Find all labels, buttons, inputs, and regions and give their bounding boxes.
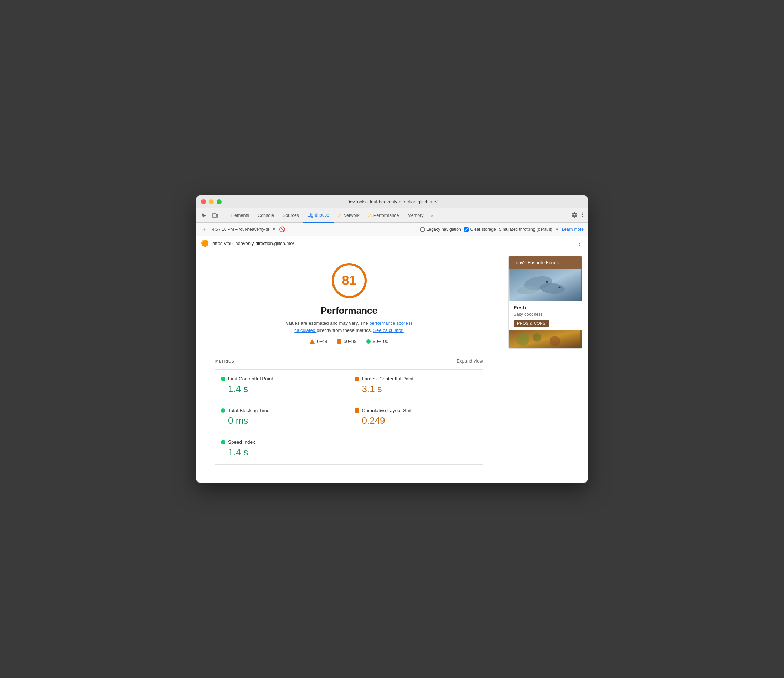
url-bar: 🟠 https://foul-heavenly-direction.glitch… (196, 236, 588, 250)
legend-mid: 50–89 (337, 339, 356, 344)
devtools-window: DevTools - foul-heavenly-direction.glitc… (196, 196, 588, 482)
url-text: https://foul-heavenly-direction.glitch.m… (212, 241, 573, 246)
svg-point-2 (582, 212, 583, 213)
metric-tbt: Total Blocking Time 0 ms (215, 401, 349, 433)
minimize-button[interactable] (209, 199, 214, 204)
close-button[interactable] (201, 199, 206, 204)
score-value: 81 (342, 273, 356, 288)
lcp-label-row: Largest Contentful Paint (355, 376, 477, 381)
add-report-button[interactable]: + (200, 225, 209, 234)
tbt-value: 0 ms (228, 415, 343, 426)
metric-cls: Cumulative Layout Shift 0.249 (349, 401, 483, 433)
si-value: 1.4 s (228, 447, 477, 458)
svg-point-11 (546, 281, 548, 283)
window-title: DevTools - foul-heavenly-direction.glitc… (346, 199, 437, 204)
si-status-dot (221, 440, 225, 445)
pros-cons-button[interactable]: PROS & CONS (514, 320, 549, 327)
plus-icon: + (203, 226, 206, 233)
tab-lighthouse[interactable]: Lighthouse (303, 208, 334, 222)
throttling-label: Simulated throttling (default) (499, 227, 552, 232)
device-toggle-icon[interactable] (210, 210, 220, 221)
fcp-label-row: First Contentful Paint (221, 376, 343, 381)
score-legend: 0–49 50–89 90–100 (310, 339, 388, 344)
svg-point-12 (559, 287, 561, 288)
legend-high: 90–100 (366, 339, 388, 344)
learn-more-link[interactable]: Learn more (562, 227, 584, 232)
lcp-label: Largest Contentful Paint (362, 376, 414, 381)
metrics-header: METRICS Expand view (215, 358, 483, 364)
titlebar: DevTools - foul-heavenly-direction.glitc… (196, 196, 588, 208)
cls-value: 0.249 (362, 415, 477, 426)
tab-performance[interactable]: ⚠ Performance (364, 208, 404, 222)
svg-rect-1 (216, 215, 218, 217)
cls-status-dot (355, 409, 359, 413)
cls-label: Cumulative Layout Shift (362, 408, 413, 413)
card-header: Tony's Favorite Foods (508, 257, 582, 269)
tab-sources[interactable]: Sources (278, 208, 303, 222)
svg-point-14 (516, 333, 529, 346)
card-bottom-image (508, 330, 582, 348)
cursor-icon[interactable] (199, 210, 209, 221)
right-panel: Tony's Favorite Foods (502, 250, 588, 482)
svg-point-4 (582, 216, 583, 217)
triangle-icon (310, 339, 315, 344)
maximize-button[interactable] (217, 199, 222, 204)
circle-icon (366, 339, 371, 344)
tab-network[interactable]: ⚠ Network (334, 208, 364, 222)
dropdown-icon[interactable]: ▼ (272, 227, 276, 232)
calculator-link[interactable]: See calculator. (373, 328, 404, 333)
tab-console[interactable]: Console (253, 208, 278, 222)
card-item-title: Fesh (514, 305, 577, 311)
expand-view-button[interactable]: Expand view (457, 358, 483, 364)
score-ring: 81 (330, 261, 369, 300)
score-title: Performance (321, 305, 377, 316)
legacy-navigation-label[interactable]: Legacy navigation (420, 227, 461, 232)
metrics-section: METRICS Expand view First Contentful Pai… (210, 351, 488, 472)
fcp-status-dot (221, 377, 225, 381)
tbt-label-row: Total Blocking Time (221, 408, 343, 413)
tab-elements[interactable]: Elements (226, 208, 253, 222)
devtools-tabs: Elements Console Sources Lighthouse ⚠ Ne… (196, 208, 588, 222)
svg-point-15 (533, 333, 541, 342)
preview-card: Tony's Favorite Foods (508, 256, 582, 348)
clear-storage-checkbox[interactable] (464, 227, 469, 232)
metrics-title: METRICS (215, 359, 234, 363)
block-icon: 🚫 (279, 227, 285, 232)
tbt-status-dot (221, 409, 225, 413)
svg-rect-0 (213, 213, 216, 218)
throttle-dropdown-icon[interactable]: ▼ (555, 227, 559, 232)
si-label-row: Speed Index (221, 439, 477, 445)
lcp-status-dot (355, 377, 359, 381)
score-section: 81 Performance Values are estimated and … (210, 261, 488, 344)
report-time-label: 4:57:16 PM – foul-heavenly-di (212, 227, 269, 232)
cls-label-row: Cumulative Layout Shift (355, 408, 477, 413)
main-content: 81 Performance Values are estimated and … (196, 250, 588, 482)
square-icon (337, 339, 341, 344)
clear-storage-label[interactable]: Clear storage (464, 227, 496, 232)
performance-warning-icon: ⚠ (368, 213, 372, 218)
tbt-label: Total Blocking Time (228, 408, 270, 413)
metric-fcp: First Contentful Paint 1.4 s (215, 370, 349, 401)
left-panel: 81 Performance Values are estimated and … (196, 250, 502, 482)
network-warning-icon: ⚠ (338, 213, 342, 218)
tabs-overflow-button[interactable]: » (428, 213, 436, 218)
metric-si: Speed Index 1.4 s (215, 433, 483, 465)
tab-memory[interactable]: Memory (403, 208, 428, 222)
legend-low: 0–49 (310, 339, 327, 344)
devtools-actions (572, 212, 585, 219)
page-icon: 🟠 (201, 239, 209, 247)
tab-separator (224, 211, 224, 219)
score-description: Values are estimated and may vary. The p… (282, 320, 417, 334)
url-more-icon[interactable]: ⋮ (577, 239, 583, 247)
settings-icon[interactable] (572, 212, 577, 219)
lcp-value: 3.1 s (362, 384, 477, 395)
fish-image-svg (510, 269, 581, 301)
fcp-label: First Contentful Paint (228, 376, 273, 381)
card-item-subtitle: Salty goodness (514, 312, 577, 317)
traffic-lights (201, 199, 222, 204)
card-body: Fesh Salty goodness PROS & CONS (508, 301, 582, 330)
legacy-navigation-checkbox[interactable] (420, 227, 425, 232)
si-label: Speed Index (228, 439, 255, 445)
more-options-icon[interactable] (580, 212, 585, 219)
fcp-value: 1.4 s (228, 384, 343, 395)
